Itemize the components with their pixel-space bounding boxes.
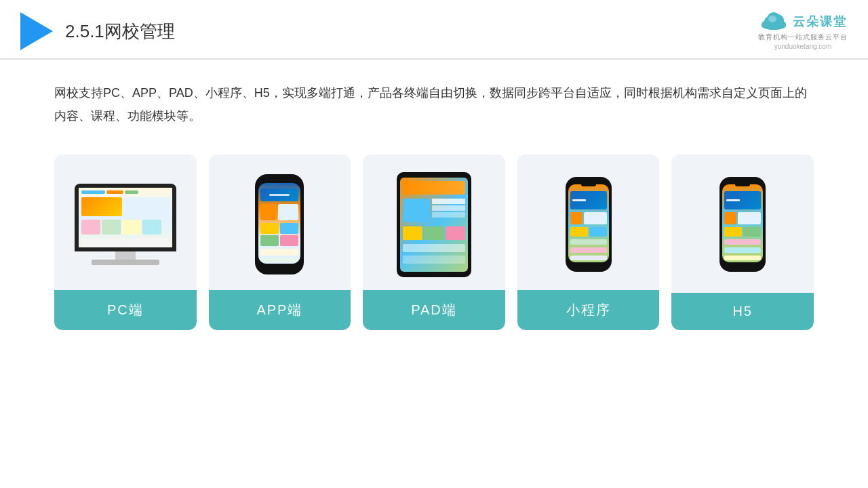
app-image-area: [209, 155, 351, 290]
pc-mockup: [75, 184, 176, 265]
svg-point-5: [768, 16, 776, 22]
tablet-screen-content: [400, 178, 468, 272]
brand-tagline: 教育机构一站式服务云平台: [758, 33, 848, 42]
miniprogram-card: 小程序: [517, 155, 660, 330]
brand-url: yunduoketang.com: [774, 43, 832, 50]
description-text: 网校支持PC、APP、PAD、小程序、H5，实现多端打通，产品各终端自由切换，数…: [0, 60, 868, 134]
tablet-screen: [400, 178, 468, 272]
cloud-icon: [759, 12, 789, 31]
cloud-logo-group: 云朵课堂: [759, 12, 847, 31]
header: 2.5.1网校管理 云朵课堂 教育机构一站式服务云平台 yunduoketang…: [0, 0, 868, 60]
title-main: 网校管理: [104, 21, 175, 41]
h5-phone-outer: [719, 177, 766, 272]
miniprogram-phone-screen: [568, 184, 609, 262]
miniprogram-label: 小程序: [517, 290, 660, 330]
page-title: 2.5.1网校管理: [65, 20, 175, 43]
h5-phone-screen: [722, 184, 763, 262]
miniprogram-screen-content: [568, 184, 609, 262]
brand-logo: 云朵课堂 教育机构一站式服务云平台 yunduoketang.com: [758, 12, 848, 50]
pc-screen-outer: [75, 184, 176, 251]
svg-point-4: [762, 22, 786, 30]
miniprogram-phone-outer: [566, 177, 612, 272]
pad-image-area: [363, 155, 505, 290]
tablet-outer: [397, 172, 471, 277]
pc-screen-content: [79, 188, 172, 247]
miniprogram-phone-notch: [581, 182, 596, 186]
pad-card: PAD端: [363, 155, 505, 330]
pad-label: PAD端: [363, 290, 505, 330]
app-card: APP端: [209, 155, 351, 330]
app-phone-mockup: [255, 174, 304, 274]
h5-card: H5: [671, 155, 814, 330]
pc-card: PC端: [54, 155, 197, 330]
app-screen-content: [258, 183, 300, 264]
cards-container: PC端: [0, 134, 868, 344]
pc-label: PC端: [54, 290, 197, 330]
miniprogram-image-area: [517, 155, 660, 290]
triangle-logo-icon: [20, 12, 53, 50]
app-phone-screen: [258, 183, 300, 264]
miniprogram-phone-mockup: [566, 177, 612, 272]
tablet-mockup: [397, 172, 471, 277]
h5-phone-mockup: [719, 177, 766, 272]
header-left: 2.5.1网校管理: [20, 12, 175, 50]
pc-image-area: [54, 155, 197, 290]
h5-image-area: [671, 155, 814, 290]
app-phone-outer: [255, 174, 304, 274]
h5-label: H5: [671, 293, 814, 330]
pc-base: [92, 260, 159, 265]
pc-base-neck: [115, 251, 136, 260]
app-label: APP端: [209, 290, 351, 330]
h5-screen-content: [722, 184, 763, 262]
title-prefix: 2.5.1: [65, 21, 104, 41]
brand-name: 云朵课堂: [793, 14, 847, 30]
h5-phone-notch: [735, 182, 750, 186]
